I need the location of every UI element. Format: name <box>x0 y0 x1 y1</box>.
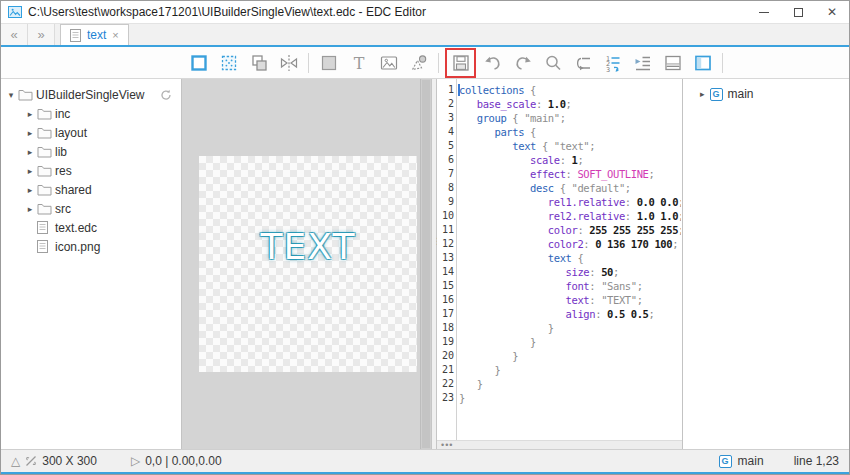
rectangle-icon <box>318 52 340 74</box>
window-title: C:\Users\test\workspace171201\UIBuilderS… <box>28 5 426 19</box>
container-tool-button[interactable] <box>185 50 212 76</box>
chevron-right-icon[interactable]: ▸ <box>23 147 37 157</box>
code-editor[interactable]: 1234567891011121314151617181920212223 co… <box>437 79 682 449</box>
tree-item-label: shared <box>54 183 92 197</box>
chevron-down-icon[interactable]: ▾ <box>4 90 18 100</box>
tree-item-label: icon.png <box>54 240 100 254</box>
rectangle-tool-button[interactable] <box>315 50 342 76</box>
tree-item-res[interactable]: ▸res <box>1 161 181 180</box>
folder-icon <box>37 108 54 120</box>
chevron-right-icon[interactable]: ▸ <box>23 185 37 195</box>
scrollbar-grip-icon: ••• <box>441 442 453 448</box>
svg-text:T: T <box>353 53 364 72</box>
redo-icon <box>512 52 534 74</box>
save-icon <box>450 52 472 74</box>
goto-template-button[interactable] <box>569 50 596 76</box>
tree-item-inc[interactable]: ▸inc <box>1 104 181 123</box>
svg-text:3: 3 <box>606 65 610 73</box>
line-numbers-button[interactable]: 123 <box>599 50 626 76</box>
file-icon <box>37 221 54 234</box>
toolbar: T 123 <box>1 47 849 79</box>
chevron-right-icon[interactable]: ▸ <box>23 109 37 119</box>
chevrons-right-icon: » <box>37 27 44 42</box>
canvas-panel[interactable]: TEXT <box>182 79 431 449</box>
group-parts-icon <box>248 52 270 74</box>
undo-button[interactable] <box>479 50 506 76</box>
folder-icon <box>37 146 54 158</box>
tree-item-label: text.edc <box>54 221 97 235</box>
find-button[interactable] <box>539 50 566 76</box>
group-icon: G <box>719 455 732 468</box>
canvas-text-part[interactable]: TEXT <box>199 226 417 267</box>
indent-icon <box>632 52 654 74</box>
minimize-icon <box>759 12 769 13</box>
canvas-vertical-scrollbar[interactable] <box>420 79 431 449</box>
close-button[interactable]: ✕ <box>815 1 849 23</box>
mirror-tool-button[interactable] <box>275 50 302 76</box>
editor-horizontal-scrollbar[interactable]: ••• <box>437 440 682 449</box>
tab-forward-button[interactable]: » <box>28 24 55 45</box>
code-lines[interactable]: collections { base_scale: 1.0; group { "… <box>459 83 681 439</box>
document-icon <box>70 29 81 42</box>
tree-item-src[interactable]: ▸src <box>1 199 181 218</box>
tree-item-lib[interactable]: ▸lib <box>1 142 181 161</box>
close-icon: ✕ <box>827 6 837 18</box>
group-icon: G <box>710 88 723 101</box>
chevron-right-icon[interactable]: ▸ <box>23 166 37 176</box>
tree-item-layout[interactable]: ▸layout <box>1 123 181 142</box>
gutter-separator <box>456 79 457 440</box>
redo-button[interactable] <box>509 50 536 76</box>
chevron-right-icon[interactable]: ▸ <box>23 204 37 214</box>
tab-back-button[interactable]: « <box>1 24 28 45</box>
save-button[interactable] <box>445 48 476 78</box>
tree-item-label: UIBuilderSingleView <box>35 88 145 102</box>
cursor-line-indicator: line 1,23 <box>794 454 839 468</box>
folder-icon <box>37 127 54 139</box>
image-icon <box>378 52 400 74</box>
app-icon <box>8 5 22 19</box>
chevron-right-icon[interactable]: ▸ <box>23 128 37 138</box>
tree-item-icon-png[interactable]: icon.png <box>1 237 181 256</box>
part-wand-tool-button[interactable] <box>405 50 432 76</box>
tab-text[interactable]: text × <box>60 24 129 45</box>
design-canvas[interactable]: TEXT <box>199 156 417 372</box>
console-panel-icon <box>662 52 684 74</box>
toolbar-separator <box>722 53 723 73</box>
selection-icon <box>218 52 240 74</box>
file-tree-panel: ▾UIBuilderSingleView▸inc▸layout▸lib▸res▸… <box>1 79 182 449</box>
container-icon <box>188 52 210 74</box>
group-parts-tool-button[interactable] <box>245 50 272 76</box>
tree-item-label: layout <box>54 126 87 140</box>
selection-tool-button[interactable] <box>215 50 242 76</box>
console-panel-button[interactable] <box>659 50 686 76</box>
tab-bar: « » text × <box>1 23 849 45</box>
warning-icon: △ <box>11 454 20 468</box>
outline-item-main[interactable]: ▸ G main <box>683 87 850 101</box>
image-tool-button[interactable] <box>375 50 402 76</box>
tree-item-shared[interactable]: ▸shared <box>1 180 181 199</box>
tree-item-label: res <box>54 164 72 178</box>
file-browser-panel-button[interactable] <box>689 50 716 76</box>
maximize-button[interactable] <box>781 1 815 23</box>
tree-item-label: inc <box>54 107 70 121</box>
line-numbers-icon: 123 <box>602 52 624 74</box>
scrollbar-thumb[interactable] <box>422 80 430 448</box>
tree-item-text-edc[interactable]: text.edc <box>1 218 181 237</box>
folder-icon <box>37 184 54 196</box>
file-tree: ▾UIBuilderSingleView▸inc▸layout▸lib▸res▸… <box>1 85 181 256</box>
indent-button[interactable] <box>629 50 656 76</box>
search-icon <box>542 52 564 74</box>
play-icon: ▷ <box>131 454 140 468</box>
refresh-icon[interactable] <box>160 89 172 101</box>
part-wand-icon <box>408 52 430 74</box>
chevron-right-icon: ▸ <box>700 89 705 99</box>
undo-icon <box>482 52 504 74</box>
toolbar-separator <box>438 53 439 73</box>
tab-close-icon[interactable]: × <box>112 30 118 41</box>
text-tool-icon: T <box>348 52 370 74</box>
tree-item-uibuildersingleview[interactable]: ▾UIBuilderSingleView <box>1 85 181 104</box>
file-icon <box>37 240 54 253</box>
minimize-button[interactable] <box>747 1 781 23</box>
text-tool-button[interactable]: T <box>345 50 372 76</box>
outline-item-label: main <box>728 87 754 101</box>
